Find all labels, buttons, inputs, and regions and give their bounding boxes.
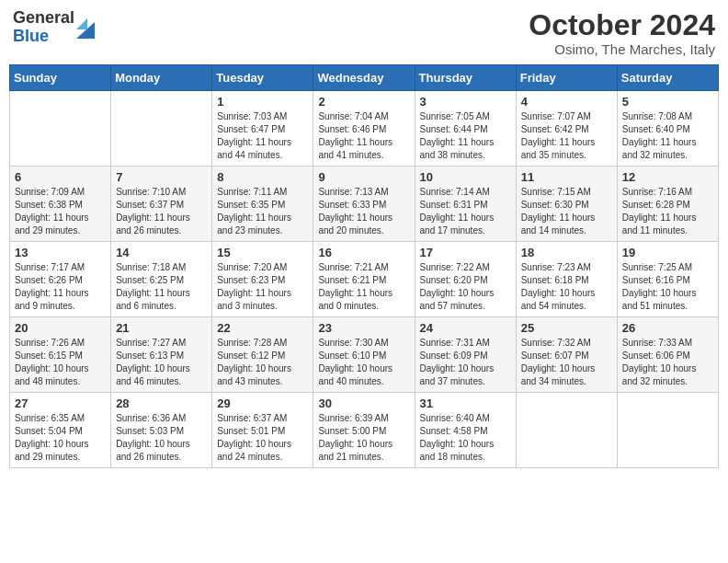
day-number: 18 <box>521 246 612 259</box>
day-number: 22 <box>217 321 308 335</box>
calendar-cell: 3Sunrise: 7:05 AM Sunset: 6:44 PM Daylig… <box>415 91 516 167</box>
calendar-cell: 8Sunrise: 7:11 AM Sunset: 6:35 PM Daylig… <box>212 167 313 242</box>
calendar-cell: 26Sunrise: 7:33 AM Sunset: 6:06 PM Dayli… <box>617 317 718 393</box>
day-number: 3 <box>420 95 511 109</box>
day-number: 16 <box>318 246 409 259</box>
week-row-1: 1Sunrise: 7:03 AM Sunset: 6:47 PM Daylig… <box>10 91 719 167</box>
day-number: 20 <box>15 321 106 335</box>
day-number: 5 <box>622 95 713 109</box>
day-number: 9 <box>318 170 409 184</box>
header-tuesday: Tuesday <box>212 65 313 91</box>
day-number: 28 <box>116 396 207 410</box>
day-number: 19 <box>622 246 713 259</box>
calendar-cell: 24Sunrise: 7:31 AM Sunset: 6:09 PM Dayli… <box>415 317 516 393</box>
day-number: 24 <box>420 321 511 335</box>
calendar-cell: 6Sunrise: 7:09 AM Sunset: 6:38 PM Daylig… <box>10 167 111 242</box>
cell-content: Sunrise: 7:10 AM Sunset: 6:37 PM Dayligh… <box>116 186 207 237</box>
cell-content: Sunrise: 6:37 AM Sunset: 5:01 PM Dayligh… <box>217 412 308 464</box>
header-thursday: Thursday <box>415 65 516 91</box>
calendar-cell <box>10 91 111 167</box>
calendar-cell: 20Sunrise: 7:26 AM Sunset: 6:15 PM Dayli… <box>10 317 111 393</box>
day-number: 12 <box>622 170 713 184</box>
calendar-cell: 10Sunrise: 7:14 AM Sunset: 6:31 PM Dayli… <box>415 167 516 242</box>
cell-content: Sunrise: 7:23 AM Sunset: 6:18 PM Dayligh… <box>521 261 612 313</box>
calendar-cell: 1Sunrise: 7:03 AM Sunset: 6:47 PM Daylig… <box>212 91 313 167</box>
logo-icon <box>76 13 95 39</box>
cell-content: Sunrise: 7:16 AM Sunset: 6:28 PM Dayligh… <box>622 186 713 237</box>
calendar-cell: 9Sunrise: 7:13 AM Sunset: 6:33 PM Daylig… <box>313 167 415 242</box>
calendar-cell <box>111 91 212 167</box>
week-row-3: 13Sunrise: 7:17 AM Sunset: 6:26 PM Dayli… <box>10 242 719 317</box>
cell-content: Sunrise: 7:07 AM Sunset: 6:42 PM Dayligh… <box>521 110 612 162</box>
week-row-2: 6Sunrise: 7:09 AM Sunset: 6:38 PM Daylig… <box>10 167 719 242</box>
calendar-cell: 5Sunrise: 7:08 AM Sunset: 6:40 PM Daylig… <box>617 91 718 167</box>
cell-content: Sunrise: 7:13 AM Sunset: 6:33 PM Dayligh… <box>318 186 409 237</box>
day-number: 17 <box>420 246 511 259</box>
cell-content: Sunrise: 7:26 AM Sunset: 6:15 PM Dayligh… <box>15 337 106 388</box>
calendar-cell: 28Sunrise: 6:36 AM Sunset: 5:03 PM Dayli… <box>111 393 212 468</box>
day-number: 2 <box>318 95 409 109</box>
calendar-cell: 30Sunrise: 6:39 AM Sunset: 5:00 PM Dayli… <box>313 393 415 468</box>
calendar-cell: 2Sunrise: 7:04 AM Sunset: 6:46 PM Daylig… <box>313 91 415 167</box>
calendar-cell: 29Sunrise: 6:37 AM Sunset: 5:01 PM Dayli… <box>212 393 313 468</box>
calendar-cell: 27Sunrise: 6:35 AM Sunset: 5:04 PM Dayli… <box>10 393 111 468</box>
day-number: 4 <box>521 95 612 109</box>
calendar-cell: 22Sunrise: 7:28 AM Sunset: 6:12 PM Dayli… <box>212 317 313 393</box>
cell-content: Sunrise: 7:25 AM Sunset: 6:16 PM Dayligh… <box>622 261 713 313</box>
day-number: 23 <box>318 321 409 335</box>
calendar-cell: 13Sunrise: 7:17 AM Sunset: 6:26 PM Dayli… <box>10 242 111 317</box>
cell-content: Sunrise: 7:27 AM Sunset: 6:13 PM Dayligh… <box>116 337 207 388</box>
day-number: 27 <box>15 396 106 410</box>
cell-content: Sunrise: 7:09 AM Sunset: 6:38 PM Dayligh… <box>15 186 106 237</box>
header-monday: Monday <box>111 65 212 91</box>
calendar-cell: 25Sunrise: 7:32 AM Sunset: 6:07 PM Dayli… <box>516 317 617 393</box>
calendar-cell: 4Sunrise: 7:07 AM Sunset: 6:42 PM Daylig… <box>516 91 617 167</box>
header-sunday: Sunday <box>10 65 111 91</box>
day-number: 21 <box>116 321 207 335</box>
cell-content: Sunrise: 7:33 AM Sunset: 6:06 PM Dayligh… <box>622 337 713 388</box>
header-wednesday: Wednesday <box>313 65 415 91</box>
day-number: 29 <box>217 396 308 410</box>
calendar-cell: 21Sunrise: 7:27 AM Sunset: 6:13 PM Dayli… <box>111 317 212 393</box>
cell-content: Sunrise: 7:05 AM Sunset: 6:44 PM Dayligh… <box>420 110 511 162</box>
cell-content: Sunrise: 7:11 AM Sunset: 6:35 PM Dayligh… <box>217 186 308 237</box>
cell-content: Sunrise: 7:32 AM Sunset: 6:07 PM Dayligh… <box>521 337 612 388</box>
month-title: October 2024 <box>529 9 715 41</box>
cell-content: Sunrise: 6:39 AM Sunset: 5:00 PM Dayligh… <box>318 412 409 464</box>
cell-content: Sunrise: 7:04 AM Sunset: 6:46 PM Dayligh… <box>318 110 409 162</box>
day-number: 30 <box>318 396 409 410</box>
cell-content: Sunrise: 7:21 AM Sunset: 6:21 PM Dayligh… <box>318 261 409 313</box>
page-header: General Blue October 2024 Osimo, The Mar… <box>9 9 719 57</box>
cell-content: Sunrise: 7:20 AM Sunset: 6:23 PM Dayligh… <box>217 261 308 313</box>
header-friday: Friday <box>516 65 617 91</box>
day-number: 1 <box>217 95 308 109</box>
calendar-cell: 31Sunrise: 6:40 AM Sunset: 4:58 PM Dayli… <box>415 393 516 468</box>
calendar-cell: 14Sunrise: 7:18 AM Sunset: 6:25 PM Dayli… <box>111 242 212 317</box>
calendar-cell: 11Sunrise: 7:15 AM Sunset: 6:30 PM Dayli… <box>516 167 617 242</box>
day-number: 31 <box>420 396 511 410</box>
title-area: October 2024 Osimo, The Marches, Italy <box>529 9 715 57</box>
day-number: 14 <box>116 246 207 259</box>
calendar-cell: 18Sunrise: 7:23 AM Sunset: 6:18 PM Dayli… <box>516 242 617 317</box>
day-number: 11 <box>521 170 612 184</box>
cell-content: Sunrise: 7:30 AM Sunset: 6:10 PM Dayligh… <box>318 337 409 388</box>
calendar-cell: 17Sunrise: 7:22 AM Sunset: 6:20 PM Dayli… <box>415 242 516 317</box>
location: Osimo, The Marches, Italy <box>529 41 715 57</box>
calendar-cell: 12Sunrise: 7:16 AM Sunset: 6:28 PM Dayli… <box>617 167 718 242</box>
day-number: 15 <box>217 246 308 259</box>
logo-line1: General <box>13 9 74 28</box>
logo-line2: Blue <box>13 28 74 46</box>
cell-content: Sunrise: 6:36 AM Sunset: 5:03 PM Dayligh… <box>116 412 207 464</box>
cell-content: Sunrise: 7:28 AM Sunset: 6:12 PM Dayligh… <box>217 337 308 388</box>
week-row-4: 20Sunrise: 7:26 AM Sunset: 6:15 PM Dayli… <box>10 317 719 393</box>
calendar-cell: 23Sunrise: 7:30 AM Sunset: 6:10 PM Dayli… <box>313 317 415 393</box>
day-number: 10 <box>420 170 511 184</box>
day-number: 6 <box>15 170 106 184</box>
cell-content: Sunrise: 7:08 AM Sunset: 6:40 PM Dayligh… <box>622 110 713 162</box>
day-number: 25 <box>521 321 612 335</box>
cell-content: Sunrise: 7:18 AM Sunset: 6:25 PM Dayligh… <box>116 261 207 313</box>
cell-content: Sunrise: 7:22 AM Sunset: 6:20 PM Dayligh… <box>420 261 511 313</box>
calendar-cell <box>516 393 617 468</box>
cell-content: Sunrise: 7:14 AM Sunset: 6:31 PM Dayligh… <box>420 186 511 237</box>
calendar-cell: 19Sunrise: 7:25 AM Sunset: 6:16 PM Dayli… <box>617 242 718 317</box>
